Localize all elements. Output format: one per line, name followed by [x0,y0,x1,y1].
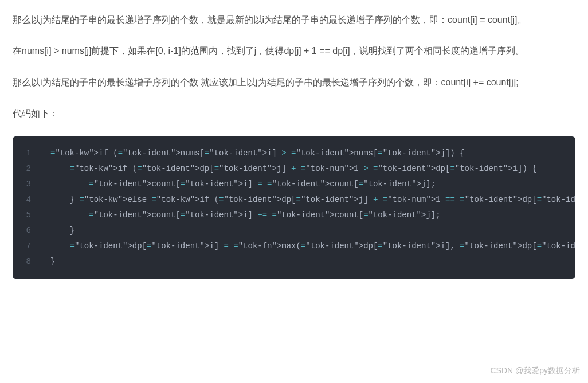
paragraph-3: 那么以i为结尾的子串的最长递增子序列的个数 就应该加上以j为结尾的子串的最长递增… [13,74,575,91]
line-number: 2 [13,161,39,177]
line-number: 1 [13,146,39,161]
line-number: 7 [13,239,39,254]
line-number: 3 [13,177,39,192]
paragraph-1: 那么以j为结尾的子串的最长递增子序列的个数，就是最新的以i为结尾的子串的最长递增… [13,11,575,29]
code-gutter: 1 2 3 4 5 6 7 8 [13,136,39,279]
line-number: 4 [13,192,39,208]
line-number: 5 [13,208,39,223]
line-number: 6 [13,223,39,239]
code-content[interactable]: ="tok-kw">if (="tok-ident">nums[="tok-id… [39,136,575,279]
line-number: 8 [13,254,39,269]
paragraph-2: 在nums[i] > nums[j]前提下，如果在[0, i-1]的范围内，找到… [13,42,575,60]
paragraph-4: 代码如下： [13,105,575,122]
code-block: 1 2 3 4 5 6 7 8 ="tok-kw">if (="tok-iden… [13,136,575,279]
